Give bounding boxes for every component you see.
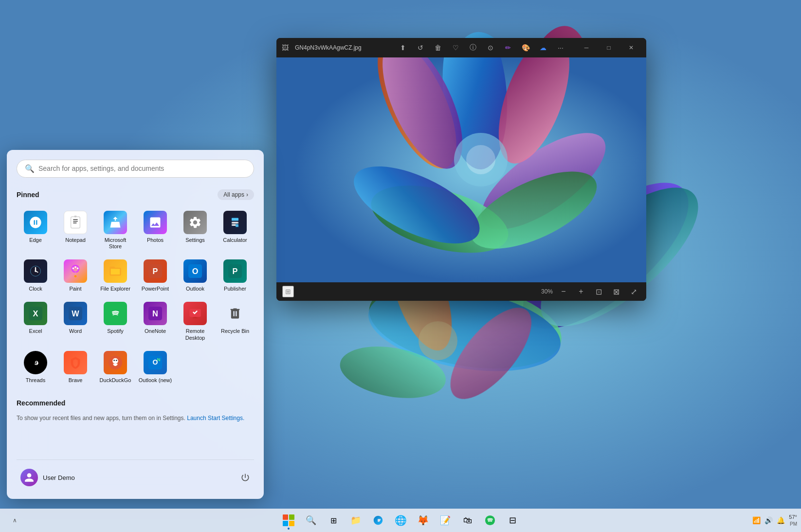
minimize-button[interactable]: ─ bbox=[575, 38, 598, 57]
fit-window-button[interactable]: ⊡ bbox=[592, 285, 605, 298]
taskbar-edge-button[interactable] bbox=[367, 510, 389, 531]
app-excel[interactable]: X Excel bbox=[17, 298, 55, 345]
outlooknew-icon: ON bbox=[144, 351, 167, 374]
taskbar-firefox-button[interactable]: 🦊 bbox=[412, 510, 434, 531]
app-word[interactable]: W Word bbox=[56, 298, 94, 345]
app-threads[interactable]: Threads bbox=[17, 347, 55, 387]
svg-text:X: X bbox=[33, 309, 38, 318]
app-recyclebin[interactable]: Recycle Bin bbox=[216, 298, 254, 345]
app-powerpoint[interactable]: P PowerPoint bbox=[136, 256, 174, 296]
tray-clock[interactable]: 57° PM bbox=[789, 514, 797, 527]
statusbar-view-icon[interactable]: ⊞ bbox=[282, 286, 294, 297]
app-remotedesktop[interactable]: Remote Desktop bbox=[176, 298, 214, 345]
taskbar: ∧ 🔍 ⊞ 📁 🌐 bbox=[0, 509, 801, 532]
outlook-label: Outlook bbox=[186, 286, 204, 292]
photos-toolbar-color[interactable]: 🎨 bbox=[518, 41, 533, 55]
app-spotify[interactable]: Spotify bbox=[96, 298, 134, 345]
app-duckduckgo[interactable]: DuckDuckGo bbox=[96, 347, 134, 387]
taskbar-search-button[interactable]: 🔍 bbox=[300, 510, 322, 531]
app-paint[interactable]: Paint bbox=[56, 256, 94, 296]
taskbar-spotify-button[interactable] bbox=[479, 510, 501, 531]
outlooknew-label: Outlook (new) bbox=[139, 377, 172, 384]
taskbar-left: ∧ bbox=[4, 510, 25, 531]
duckduckgo-icon bbox=[104, 351, 127, 374]
store-icon bbox=[104, 211, 127, 234]
photos-toolbar-rotate[interactable]: ↺ bbox=[413, 41, 428, 55]
app-outlooknew[interactable]: ON Outlook (new) bbox=[136, 347, 174, 387]
svg-point-73 bbox=[485, 515, 495, 525]
svg-text:P: P bbox=[153, 267, 158, 275]
all-apps-button[interactable]: All apps › bbox=[218, 189, 254, 200]
user-profile[interactable]: User Demo bbox=[17, 466, 79, 489]
app-publisher[interactable]: P Publisher bbox=[216, 256, 254, 296]
photos-toolbar-onedrive[interactable]: ☁ bbox=[535, 41, 551, 55]
taskbar-taskview-button[interactable]: ⊞ bbox=[323, 510, 344, 531]
tray-network-icon[interactable]: 📶 bbox=[751, 515, 762, 525]
svg-point-46 bbox=[73, 268, 74, 270]
launch-settings-link[interactable]: Launch Start Settings. bbox=[187, 415, 244, 422]
svg-point-14 bbox=[419, 321, 457, 360]
app-fileexplorer[interactable]: File Explorer bbox=[96, 256, 134, 296]
start-menu-footer: User Demo bbox=[17, 459, 254, 489]
svg-point-48 bbox=[77, 268, 79, 270]
start-button[interactable] bbox=[278, 510, 299, 531]
app-outlook[interactable]: O Outlook bbox=[176, 256, 214, 296]
taskbar-app11-button[interactable]: ⊟ bbox=[502, 510, 523, 531]
app-settings[interactable]: Settings bbox=[176, 207, 214, 254]
svg-point-47 bbox=[74, 266, 76, 268]
power-button[interactable] bbox=[237, 469, 254, 486]
app-photos[interactable]: Photos bbox=[136, 207, 174, 254]
photos-toolbar-more[interactable]: ··· bbox=[553, 41, 568, 55]
svg-text:P: P bbox=[233, 267, 238, 275]
taskbar-hidden-icons[interactable]: ∧ bbox=[4, 510, 25, 531]
windows-logo-icon bbox=[283, 514, 294, 526]
recommended-description: To show your recent files and new apps, … bbox=[17, 414, 254, 422]
search-input[interactable] bbox=[38, 165, 246, 172]
photos-toolbar-favorite[interactable]: ♡ bbox=[448, 41, 463, 55]
photos-toolbar-import[interactable]: ⬆ bbox=[395, 41, 411, 55]
taskbar-store-button[interactable]: 🛍 bbox=[457, 510, 478, 531]
fullscreen-button[interactable]: ⤢ bbox=[627, 285, 640, 298]
svg-rect-30 bbox=[74, 216, 77, 218]
all-apps-chevron: › bbox=[246, 191, 248, 198]
photo-viewer-window: 🖼 GN4pN3vWkAAgwCZ.jpg ⬆ ↺ 🗑 ♡ ⓘ ⊙ ✏ 🎨 ☁ … bbox=[276, 38, 646, 301]
search-bar[interactable]: 🔍 bbox=[17, 160, 254, 178]
onenote-icon: N bbox=[144, 302, 167, 325]
photos-toolbar-share[interactable]: ⊙ bbox=[483, 41, 498, 55]
close-button[interactable]: ✕ bbox=[620, 38, 642, 57]
app-edge[interactable]: Edge bbox=[17, 207, 55, 254]
brave-icon bbox=[64, 351, 87, 374]
app-onenote[interactable]: N OneNote bbox=[136, 298, 174, 345]
zoom-in-button[interactable]: + bbox=[574, 285, 588, 298]
taskbar-notes-button[interactable]: 📝 bbox=[435, 510, 456, 531]
recyclebin-icon bbox=[223, 302, 247, 325]
zoom-out-button[interactable]: − bbox=[557, 285, 570, 298]
svg-point-25 bbox=[466, 145, 495, 174]
taskbar-chrome-button[interactable]: 🌐 bbox=[390, 510, 411, 531]
app-store[interactable]: Microsoft Store bbox=[96, 207, 134, 254]
photos-toolbar-info[interactable]: ⓘ bbox=[465, 41, 481, 55]
taskbar-fileexplorer-button[interactable]: 📁 bbox=[345, 510, 366, 531]
tray-date-display: PM bbox=[789, 521, 797, 527]
svg-rect-38 bbox=[236, 224, 238, 227]
photos-toolbar-delete[interactable]: 🗑 bbox=[430, 41, 446, 55]
app-notepad[interactable]: Notepad bbox=[56, 207, 94, 254]
app-brave[interactable]: Brave bbox=[56, 347, 94, 387]
recommended-header: Recommended bbox=[17, 399, 254, 407]
app-calculator[interactable]: Calculator bbox=[216, 207, 254, 254]
tray-volume-icon[interactable]: 🔊 bbox=[764, 515, 774, 525]
app-clock[interactable]: Clock bbox=[17, 256, 55, 296]
excel-icon: X bbox=[24, 302, 47, 325]
tray-notification-icon[interactable]: 🔔 bbox=[776, 515, 786, 525]
photos-toolbar-edit[interactable]: ✏ bbox=[500, 41, 516, 55]
side-by-side-button[interactable]: ⊠ bbox=[609, 285, 623, 298]
svg-rect-35 bbox=[236, 222, 238, 224]
word-label: Word bbox=[69, 328, 82, 334]
statusbar-right: 30% − + ⊡ ⊠ ⤢ bbox=[541, 285, 640, 298]
fileexplorer-icon bbox=[104, 259, 127, 283]
settings-icon bbox=[183, 211, 207, 234]
maximize-button[interactable]: □ bbox=[598, 38, 620, 57]
svg-point-59 bbox=[109, 307, 122, 320]
search-icon: 🔍 bbox=[25, 164, 35, 173]
threads-label: Threads bbox=[26, 377, 45, 384]
